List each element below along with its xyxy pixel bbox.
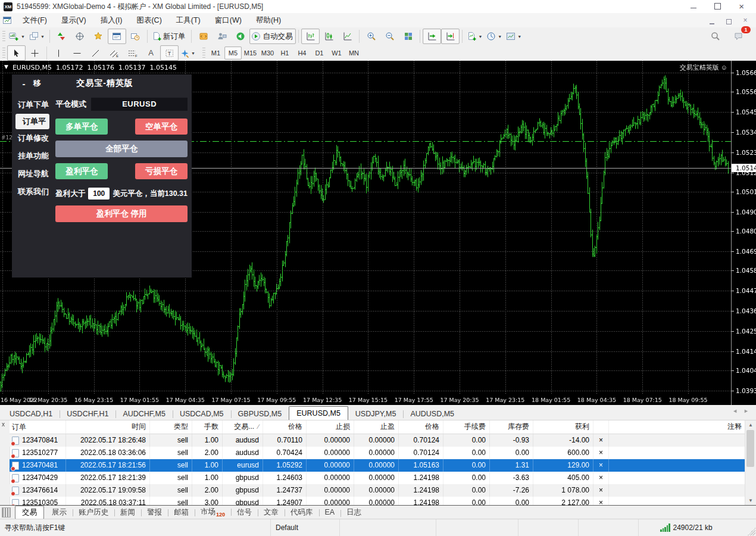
child-restore-button[interactable] bbox=[724, 17, 733, 24]
terminal-tab[interactable]: 邮箱 bbox=[168, 506, 195, 519]
ea-menu-item[interactable]: 网址导航 bbox=[12, 165, 54, 183]
scroll-up-icon[interactable]: ▲ bbox=[745, 422, 756, 428]
terminal-close-button[interactable]: x bbox=[2, 422, 5, 428]
window-close-button[interactable]: × bbox=[739, 3, 744, 10]
profit-threshold-input[interactable] bbox=[88, 188, 110, 200]
chart-shift-button[interactable] bbox=[441, 29, 460, 44]
terminal-tab[interactable]: 市场120 bbox=[195, 506, 231, 519]
horizontal-line-tool-button[interactable] bbox=[68, 45, 86, 61]
indicators-dropdown[interactable]: ▼ bbox=[478, 35, 482, 39]
chart-tab[interactable]: EURUSD,M5 bbox=[289, 406, 348, 420]
terminal-tab[interactable]: 信号 bbox=[231, 506, 258, 519]
terminal-tab[interactable]: 代码库 bbox=[285, 506, 319, 519]
status-profile[interactable]: Default bbox=[271, 519, 340, 536]
templates-dropdown[interactable]: ▼ bbox=[517, 35, 521, 39]
close-losing-button[interactable]: 亏损平仓 bbox=[135, 163, 188, 179]
child-close-button[interactable]: × bbox=[741, 17, 750, 24]
resize-grip[interactable] bbox=[748, 528, 755, 535]
ea-menu-item[interactable]: 联系我们 bbox=[12, 183, 54, 201]
text-tool-button[interactable]: A bbox=[142, 45, 160, 61]
col-type[interactable]: 类型 bbox=[149, 420, 192, 434]
close-all-button[interactable]: 全部平仓 bbox=[55, 141, 188, 157]
timeframe-m1-button[interactable]: M1 bbox=[207, 46, 224, 60]
order-close-button[interactable]: × bbox=[593, 497, 608, 505]
indicators-button[interactable]: ▼ bbox=[465, 29, 485, 44]
col-stop-loss[interactable]: 止损 bbox=[306, 420, 354, 434]
terminal-tab[interactable]: 新闻 bbox=[114, 506, 141, 519]
auto-scroll-button[interactable] bbox=[423, 29, 441, 44]
col-commission[interactable]: 手续费 bbox=[443, 420, 489, 434]
strategy-tester-button[interactable] bbox=[126, 29, 145, 44]
timeframe-h1-button[interactable]: H1 bbox=[276, 46, 293, 60]
menu-view[interactable]: 显示(V) bbox=[54, 14, 93, 27]
templates-button[interactable]: ▼ bbox=[504, 29, 524, 44]
scroll-down-icon[interactable]: ▼ bbox=[745, 498, 756, 503]
terminal-tab[interactable]: EA bbox=[319, 507, 341, 518]
col-current-price[interactable]: 价格 bbox=[398, 420, 443, 434]
ea-panel-header[interactable]: - 移 交易宝-精英版 bbox=[12, 74, 192, 92]
market-watch-button[interactable] bbox=[52, 29, 71, 44]
order-row[interactable]: 123476614 2022.05.17 19:09:58 sell 2.00 … bbox=[10, 484, 745, 497]
text-label-tool-button[interactable]: T bbox=[160, 45, 179, 61]
window-maximize-button[interactable] bbox=[714, 3, 721, 11]
menu-window[interactable]: 窗口(W) bbox=[208, 14, 249, 27]
order-close-button[interactable]: × bbox=[593, 447, 608, 459]
chart-bars-button[interactable] bbox=[301, 29, 320, 44]
notifications-button[interactable]: 1 bbox=[729, 29, 748, 44]
menu-insert[interactable]: 插入(I) bbox=[93, 14, 130, 27]
arrows-dropdown[interactable]: ▼ bbox=[191, 51, 195, 55]
order-close-button[interactable]: × bbox=[593, 434, 608, 447]
col-take-profit[interactable]: 止盈 bbox=[354, 420, 398, 434]
col-time[interactable]: 时间 bbox=[65, 420, 149, 434]
crosshair-tool-button[interactable] bbox=[26, 45, 44, 61]
timeframe-m30-button[interactable]: M30 bbox=[259, 46, 276, 60]
terminal-tab[interactable]: 文章 bbox=[258, 506, 285, 519]
profit-close-toggle-button[interactable]: 盈利平仓 停用 bbox=[55, 205, 188, 222]
terminal-tab[interactable]: 日志 bbox=[340, 506, 367, 519]
terminal-tab[interactable]: 账户历史 bbox=[73, 506, 114, 519]
child-minimize-button[interactable] bbox=[707, 17, 717, 24]
terminal-tab[interactable]: 交易 bbox=[15, 506, 44, 519]
order-row[interactable]: 123510305 2022.05.18 03:37:11 sell 3.00 … bbox=[10, 497, 745, 505]
zoom-in-button[interactable] bbox=[362, 29, 380, 44]
scrollbar-thumb[interactable] bbox=[746, 430, 754, 467]
order-row[interactable]: 123470429 2022.05.17 18:21:39 sell 1.00 … bbox=[10, 472, 745, 484]
navigator-button[interactable] bbox=[89, 29, 108, 44]
chart-tab[interactable]: USDCHF,H1 bbox=[60, 408, 115, 420]
timeframe-mn-button[interactable]: MN bbox=[345, 46, 363, 60]
col-symbol[interactable]: 交易...∕ bbox=[222, 420, 263, 434]
col-order[interactable]: 订单 bbox=[10, 420, 65, 434]
close-profitable-button[interactable]: 盈利平仓 bbox=[55, 163, 108, 179]
close-short-button[interactable]: 空单平仓 bbox=[135, 119, 188, 135]
new-chart-dropdown[interactable]: ▼ bbox=[21, 35, 25, 39]
tile-windows-button[interactable] bbox=[399, 29, 417, 44]
terminal-scrollbar[interactable]: ▲ ▼ bbox=[745, 420, 756, 505]
data-window-button[interactable] bbox=[71, 29, 89, 44]
terminal-button[interactable] bbox=[108, 29, 126, 44]
chart-tab[interactable]: AUDCHF,M5 bbox=[115, 408, 173, 420]
order-row[interactable]: 123510277 2022.05.18 03:36:06 sell 2.00 … bbox=[10, 447, 745, 459]
autotrading-button[interactable]: 自动交易 bbox=[249, 29, 296, 44]
col-comment[interactable]: 注释 bbox=[608, 420, 745, 434]
ea-menu-item[interactable]: 订单平仓 bbox=[15, 114, 49, 129]
toolbar-grip[interactable] bbox=[2, 31, 5, 42]
search-button[interactable] bbox=[706, 29, 724, 44]
zoom-out-button[interactable] bbox=[380, 29, 399, 44]
col-profit[interactable]: 获利 bbox=[533, 420, 593, 434]
chart-tab[interactable]: USDJPY,M5 bbox=[348, 408, 404, 420]
toolbar-grip[interactable] bbox=[202, 48, 205, 58]
chart-tab[interactable]: GBPUSD,M5 bbox=[231, 408, 289, 420]
price-scale[interactable]: 1.056651.055601.054501.053401.052301.051… bbox=[731, 61, 756, 405]
order-row[interactable]: 123470481 2022.05.17 18:21:56 sell 1.00 … bbox=[10, 459, 745, 472]
window-minimize-button[interactable] bbox=[691, 3, 696, 10]
cursor-tool-button[interactable] bbox=[7, 45, 26, 61]
metaeditor-button[interactable] bbox=[194, 29, 213, 44]
chart-tab[interactable]: USDCAD,M5 bbox=[173, 408, 231, 420]
timeframe-w1-button[interactable]: W1 bbox=[328, 46, 345, 60]
col-swap[interactable]: 库存费 bbox=[489, 420, 533, 434]
vertical-line-tool-button[interactable] bbox=[49, 45, 68, 61]
channel-tool-button[interactable]: E bbox=[105, 45, 123, 61]
chart-candles-button[interactable] bbox=[320, 29, 338, 44]
profiles-button[interactable]: ▼ bbox=[27, 29, 47, 44]
new-chart-button[interactable]: ▼ bbox=[7, 29, 27, 44]
